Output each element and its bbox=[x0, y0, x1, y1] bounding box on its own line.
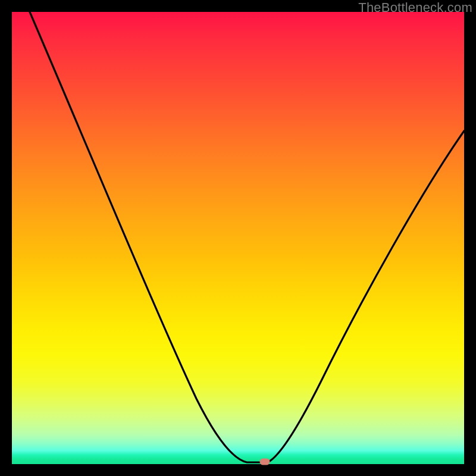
chart-frame: TheBottleneck.com bbox=[0, 0, 476, 476]
bottleneck-curve bbox=[12, 12, 464, 464]
attribution-text: TheBottleneck.com bbox=[358, 0, 472, 15]
plot-area bbox=[12, 12, 464, 464]
optimal-marker bbox=[260, 459, 270, 465]
curve-path bbox=[30, 12, 464, 462]
